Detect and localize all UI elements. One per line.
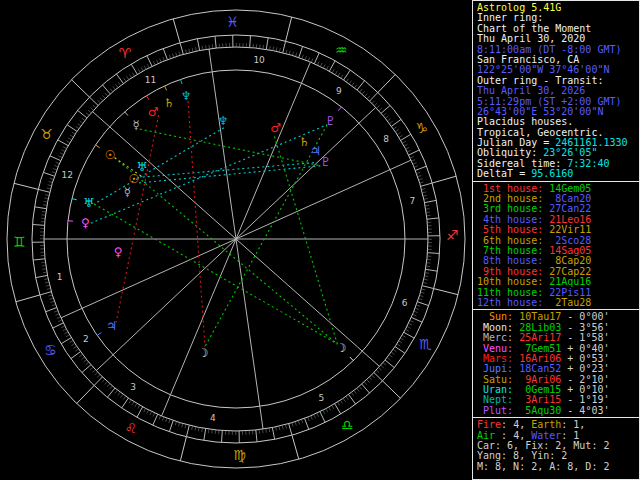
text-segment: Jupi: bbox=[477, 363, 519, 374]
natal-mercury-glyph: ☿ bbox=[124, 185, 131, 199]
transit-uranus-glyph: ♅ bbox=[84, 196, 95, 210]
text-segment: Mars: bbox=[477, 353, 519, 364]
text-segment: 3rd house: bbox=[477, 203, 549, 214]
text-segment: + 0°40' bbox=[561, 343, 609, 354]
text-segment: Thu April 30, 2026 bbox=[477, 85, 585, 96]
text-segment: DeltaT = bbox=[477, 168, 531, 179]
text-segment: 3Ari15 bbox=[519, 394, 561, 405]
planet-row-pluto: Plut: 5Aqu30 - 4°03' bbox=[477, 406, 639, 416]
text-segment: Placidus houses. bbox=[477, 116, 573, 127]
text-segment: + 0°53' bbox=[561, 353, 609, 364]
text-segment: 95.6160 bbox=[531, 168, 573, 179]
planets-section: Sun: 10Tau17 - 0°00' Moon: 28Lib03 - 3°5… bbox=[473, 309, 639, 417]
house-number-1: 1 bbox=[57, 272, 63, 282]
house-number-10: 10 bbox=[253, 55, 265, 65]
house-number-5: 5 bbox=[319, 393, 325, 403]
text-segment: 2461161.1330 bbox=[555, 137, 627, 148]
house-number-4: 4 bbox=[210, 413, 216, 423]
text-segment: 28Lib03 bbox=[519, 322, 561, 333]
text-segment: 0Gem15 bbox=[519, 384, 561, 395]
house-number-12: 12 bbox=[62, 170, 73, 180]
transit-venus-glyph: ♀ bbox=[81, 216, 90, 230]
text-segment: : 4, bbox=[501, 430, 531, 441]
natal-uranus-glyph: ♅ bbox=[137, 160, 148, 174]
house-number-9: 9 bbox=[336, 86, 342, 96]
text-segment: 2Tau28 bbox=[549, 297, 591, 308]
text-segment: Fire bbox=[477, 419, 501, 430]
text-segment: 9Ari06 bbox=[519, 374, 561, 385]
text-segment: Satu: bbox=[477, 374, 519, 385]
sign-glyph-aquarius: ♒ bbox=[335, 42, 348, 58]
text-segment: 16Ari06 bbox=[519, 353, 561, 364]
text-segment: 10Tau17 bbox=[519, 311, 561, 322]
text-segment: Thu April 30, 2020 bbox=[477, 33, 585, 44]
text-segment: 6th house: bbox=[477, 235, 549, 246]
chart-wheel: ♈♉♊♋♌♍♎♏♐♑♒♓123456789101112☉☽☿♀♂♃♄♅♆♇☉☽☿… bbox=[0, 0, 472, 480]
text-segment: 11th house: bbox=[477, 287, 549, 298]
sign-glyph-leo: ♌ bbox=[124, 420, 137, 436]
text-segment: : 4, bbox=[501, 419, 531, 430]
text-segment: - 0°00' bbox=[561, 311, 609, 322]
planet-ring: ☉☽☿♀♂♃♄♅♆♇☉☽☿♀♂♃♄♅♆♇ bbox=[68, 79, 353, 360]
sign-glyph-aries: ♈ bbox=[118, 45, 131, 61]
house-number-11: 11 bbox=[145, 75, 156, 85]
house-row-12: 12th house: 2Tau28 bbox=[477, 298, 639, 308]
text-segment: M: 8, N: 2, A: 8, D: 2 bbox=[477, 461, 609, 472]
natal-mars-glyph: ♂ bbox=[270, 121, 281, 135]
text-segment: Car: 6, Fix: 2, Mut: 2 bbox=[477, 440, 609, 451]
text-segment: 21Leo16 bbox=[549, 214, 591, 225]
text-segment: 25Ari17 bbox=[519, 332, 561, 343]
natal-moon-glyph: ☽ bbox=[198, 346, 209, 360]
natal-pluto-glyph: ♇ bbox=[320, 155, 331, 169]
text-segment: - 3°56' bbox=[561, 322, 609, 333]
totals-hemisphere: M: 8, N: 2, A: 8, D: 2 bbox=[477, 462, 639, 472]
natal-venus-glyph: ♀ bbox=[114, 245, 123, 259]
text-segment: Nept: bbox=[477, 394, 519, 405]
text-segment: 8Cap20 bbox=[549, 255, 591, 266]
text-segment: 10th house: bbox=[477, 276, 549, 287]
sign-glyph-capricorn: ♑ bbox=[415, 120, 428, 136]
text-segment: 5th house: bbox=[477, 224, 549, 235]
text-segment: Sidereal time: bbox=[477, 158, 567, 169]
house-number-2: 2 bbox=[83, 334, 89, 344]
text-segment: 18Can52 bbox=[519, 363, 561, 374]
transit-jupiter-glyph: ♃ bbox=[106, 319, 117, 333]
text-segment: 4th house: bbox=[477, 214, 549, 225]
text-segment: Merc: bbox=[477, 332, 519, 343]
text-segment: 5:11:29pm (ST +2:00 GMT) bbox=[477, 96, 622, 107]
chart-info-section: Astrolog 5.41G Inner ring: Chart of the … bbox=[473, 1, 639, 181]
text-segment: 14Gem05 bbox=[549, 183, 591, 194]
sign-glyph-gemini: ♊ bbox=[13, 234, 26, 250]
transit-pluto-glyph: ♇ bbox=[325, 114, 336, 128]
text-segment: Obliquity: bbox=[477, 147, 543, 158]
sign-glyph-cancer: ♋ bbox=[44, 342, 57, 358]
natal-saturn-glyph: ♄ bbox=[299, 135, 310, 149]
text-segment: 7th house: bbox=[477, 245, 549, 256]
sign-glyph-scorpio: ♏ bbox=[419, 336, 432, 352]
text-segment: - 1°58' bbox=[561, 332, 609, 343]
astrolog-window: ♈♉♊♋♌♍♎♏♐♑♒♓123456789101112☉☽☿♀♂♃♄♅♆♇☉☽☿… bbox=[0, 0, 640, 480]
sign-glyph-pisces: ♓ bbox=[226, 14, 239, 30]
text-segment: + 0°23' bbox=[561, 363, 609, 374]
text-segment: : 1, bbox=[561, 419, 585, 430]
text-segment: Yang: 8, Yin: 2 bbox=[477, 450, 567, 461]
house-number-3: 3 bbox=[130, 382, 136, 392]
delta-t: DeltaT = 95.6160 bbox=[477, 169, 639, 179]
text-segment: 12th house: bbox=[477, 297, 549, 308]
text-segment: San Francisco, CA bbox=[477, 54, 579, 65]
text-segment: Water bbox=[531, 430, 561, 441]
transit-mars-glyph: ♂ bbox=[148, 105, 159, 119]
transit-sun-glyph: ☉ bbox=[105, 148, 116, 162]
text-segment: : 1 bbox=[561, 430, 579, 441]
text-segment: Inner ring: bbox=[477, 12, 543, 23]
text-segment: 7Gem51 bbox=[519, 343, 561, 354]
text-segment: 26°43'00"E 53°20'00"N bbox=[477, 106, 603, 117]
text-segment: 7:32:40 bbox=[567, 158, 609, 169]
text-segment: Chart of the Moment bbox=[477, 23, 591, 34]
text-segment: Air bbox=[477, 430, 501, 441]
text-segment: Moon: bbox=[477, 322, 519, 333]
text-segment: 27Cap22 bbox=[549, 266, 591, 277]
text-segment: - 4°03' bbox=[561, 405, 609, 416]
transit-neptune-glyph: ♆ bbox=[181, 89, 192, 103]
transit-moon-glyph: ☽ bbox=[336, 341, 347, 355]
